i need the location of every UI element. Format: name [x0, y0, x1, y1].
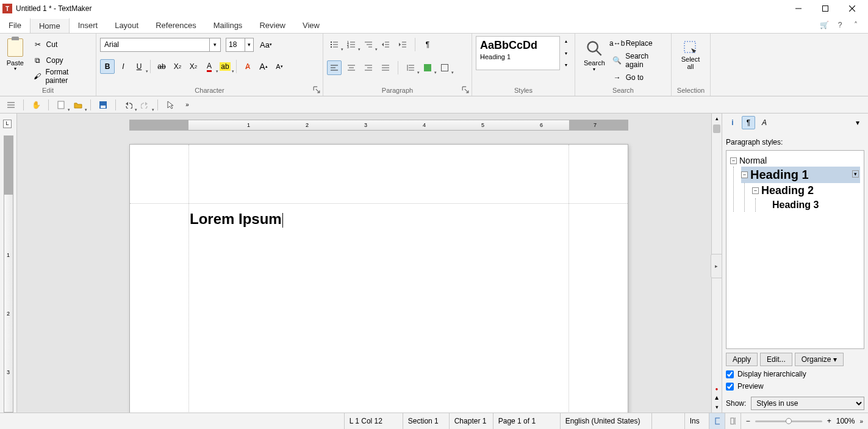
justify-button[interactable] [378, 60, 393, 75]
document-text[interactable]: Lorem Ipsum [190, 211, 283, 228]
shading-button[interactable] [420, 60, 435, 75]
increase-indent-button[interactable] [395, 37, 410, 52]
status-language[interactable]: English (United States) [561, 413, 652, 429]
show-filter-select[interactable]: Styles in use [751, 397, 864, 410]
chevron-down-icon[interactable]: ▾ [565, 62, 567, 68]
replace-button[interactable]: a↔bReplace [612, 36, 667, 51]
panel-collapse-icon[interactable]: ▸ [711, 254, 722, 278]
chevron-down-icon[interactable]: ▾ [209, 38, 220, 51]
close-button[interactable] [839, 0, 866, 17]
collapse-ribbon-icon[interactable]: ˄ [851, 20, 861, 30]
superscript-button[interactable]: X2 [186, 59, 201, 74]
paste-button[interactable]: Paste ▾ [4, 36, 27, 85]
zoom-value[interactable]: 100% [836, 417, 855, 425]
panel-menu-icon[interactable]: ▾ [851, 116, 864, 129]
tab-view[interactable]: View [294, 17, 328, 33]
nav-marker-icon[interactable]: ● [712, 386, 722, 392]
scroll-thumb[interactable] [713, 124, 720, 133]
nav-up-icon[interactable]: ▴ [712, 393, 722, 402]
style-heading-3[interactable]: Heading 3 [763, 198, 860, 212]
copy-button[interactable]: ⧉Copy [30, 53, 92, 68]
bold-button[interactable]: B [100, 59, 115, 74]
style-heading-1[interactable]: −Heading 1▾ [741, 167, 860, 183]
tab-type-icon[interactable]: L [3, 120, 12, 128]
dialog-launcher-icon[interactable] [313, 86, 320, 93]
cursor-icon[interactable] [163, 98, 178, 112]
search-button[interactable]: Search ▾ [579, 36, 610, 79]
minimize-button[interactable] [785, 0, 812, 17]
align-left-button[interactable] [327, 60, 342, 75]
collapse-icon[interactable]: − [752, 187, 759, 194]
format-painter-button[interactable]: 🖌Format painter [30, 69, 92, 84]
subscript-button[interactable]: X2 [170, 59, 185, 74]
scroll-down-icon[interactable]: ▾ [712, 402, 722, 413]
info-icon[interactable]: i [726, 116, 739, 129]
horizontal-ruler[interactable]: 1 2 3 4 5 6 7 [129, 120, 628, 131]
help-icon[interactable]: ? [835, 20, 845, 30]
outline-icon[interactable] [4, 98, 18, 112]
underline-button[interactable]: U [132, 59, 146, 74]
status-chapter[interactable]: Chapter 1 [450, 413, 493, 429]
cart-icon[interactable]: 🛒 [819, 20, 829, 30]
collapse-icon[interactable]: − [741, 171, 748, 178]
undo-icon[interactable] [121, 98, 135, 112]
shrink-font-button[interactable]: A▾ [272, 59, 287, 74]
select-all-button[interactable]: Select all [675, 36, 706, 70]
borders-button[interactable] [437, 60, 452, 75]
apply-button[interactable]: Apply [726, 353, 758, 366]
font-color-button[interactable]: A [202, 59, 217, 74]
hand-tool-icon[interactable]: ✋ [29, 98, 43, 112]
more-qat-icon[interactable]: » [180, 98, 195, 112]
preview-checkbox[interactable]: Preview [726, 382, 864, 391]
dialog-launcher-icon[interactable] [462, 86, 469, 93]
search-again-button[interactable]: 🔍Search again [612, 53, 667, 68]
status-insert-mode[interactable]: Ins [685, 413, 709, 429]
grow-font-button[interactable]: A▴ [256, 59, 271, 74]
chevron-down-icon[interactable]: ▾ [565, 51, 567, 56]
chevron-down-icon[interactable]: ▾ [245, 38, 253, 51]
tab-file[interactable]: File [0, 17, 30, 33]
display-hierarchically-checkbox[interactable]: Display hierarchically [726, 370, 864, 378]
decrease-indent-button[interactable] [378, 37, 393, 52]
line-spacing-button[interactable] [403, 60, 418, 75]
font-name-combo[interactable]: ▾ [100, 38, 221, 52]
cut-button[interactable]: ✂Cut [30, 37, 92, 52]
vertical-scrollbar[interactable]: ▴ ▸ ▴ ● ▾ [711, 114, 722, 413]
document-area[interactable]: 1 2 3 4 5 6 7 Lorem Ipsum [17, 114, 711, 413]
zoom-control[interactable]: − + 100% » [741, 413, 868, 429]
bullets-button[interactable] [327, 37, 342, 52]
align-center-button[interactable] [344, 60, 359, 75]
zoom-slider[interactable] [755, 420, 822, 422]
status-page[interactable]: Page 1 of 1 [493, 413, 561, 429]
chevron-up-icon[interactable]: ▴ [565, 38, 567, 44]
style-normal[interactable]: −Normal [730, 154, 860, 167]
edit-button[interactable]: Edit... [760, 353, 792, 366]
numbering-button[interactable]: 123 [344, 37, 359, 52]
highlight-button[interactable]: ab [218, 59, 232, 74]
organize-button[interactable]: Organize ▾ [795, 353, 844, 366]
view-normal-icon[interactable] [709, 413, 725, 429]
open-folder-icon[interactable] [71, 98, 85, 112]
tab-mailings[interactable]: Mailings [205, 17, 251, 33]
collapse-icon[interactable]: − [730, 157, 737, 164]
clear-formatting-button[interactable]: A̷ [240, 59, 255, 74]
italic-button[interactable]: I [116, 59, 131, 74]
paragraph-styles-icon[interactable]: ¶ [742, 116, 755, 129]
change-case-button[interactable]: Aa▾ [259, 37, 273, 52]
status-position[interactable]: L 1 Col 12 [345, 413, 403, 429]
status-section[interactable]: Section 1 [403, 413, 450, 429]
align-right-button[interactable] [361, 60, 376, 75]
strikethrough-button[interactable]: ab [154, 59, 169, 74]
maximize-button[interactable] [812, 0, 839, 17]
chevron-down-icon[interactable]: ▾ [852, 170, 859, 178]
zoom-more-icon[interactable]: » [859, 418, 863, 425]
style-gallery-scroll[interactable]: ▴ ▾ ▾ [561, 36, 571, 70]
zoom-in-icon[interactable]: + [827, 417, 831, 425]
multilevel-list-button[interactable] [361, 37, 376, 52]
tab-layout[interactable]: Layout [106, 17, 147, 33]
style-heading-2[interactable]: −Heading 2 [752, 183, 860, 198]
char-styles-icon[interactable]: A [758, 116, 771, 129]
page[interactable]: Lorem Ipsum [129, 144, 628, 413]
vertical-ruler[interactable]: 1 2 3 [4, 135, 13, 413]
zoom-out-icon[interactable]: − [746, 417, 750, 425]
